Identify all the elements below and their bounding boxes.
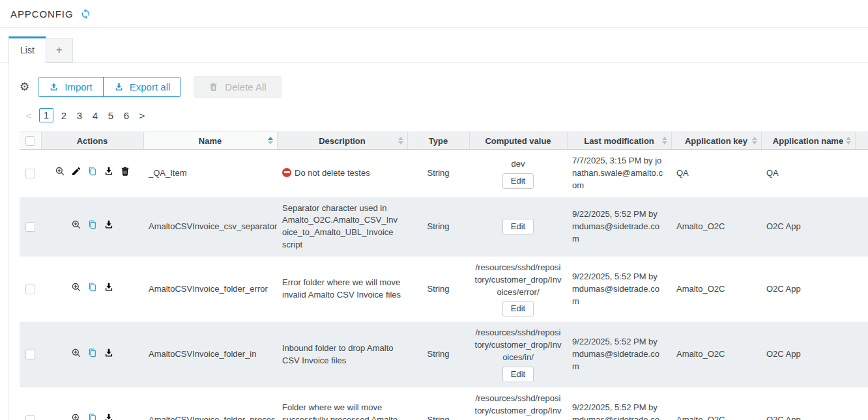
row-checkbox[interactable] [25,169,35,178]
type-cell: String [407,150,469,197]
export-all-button[interactable]: Export all [103,77,181,96]
upload-icon [49,82,59,92]
pagination-page-1[interactable]: 1 [39,108,53,122]
delete-all-button[interactable]: Delete All [194,76,281,98]
application-name-cell: O2C App [761,387,855,420]
copy-icon[interactable] [87,219,98,230]
application-key-cell: Amalto_O2C [671,257,761,322]
application-key-cell: Amalto_O2C [671,387,761,420]
copy-icon[interactable] [87,166,98,176]
refresh-icon[interactable] [80,8,91,20]
download-icon[interactable] [104,282,114,292]
row-checkbox[interactable] [25,415,35,420]
column-header-name[interactable]: Name [143,132,277,150]
no-entry-icon [282,168,291,177]
copy-icon[interactable] [87,348,98,358]
zoom-in-icon[interactable] [55,166,65,176]
last-modification-cell: 7/7/2025, 3:15 PM by jonathan.swale@amal… [567,150,671,197]
last-modification-cell: 9/22/2025, 5:52 PM by mdumas@sidetrade.c… [567,322,671,387]
sort-icon-application-key[interactable] [752,137,757,145]
appconfig-table: Actions Name Description Type Computed v… [20,132,868,420]
edit-value-button[interactable]: Edit [502,219,534,234]
zoom-in-icon[interactable] [71,413,81,420]
table-row: AmaltoCSVInvoice_folder_error Error fold… [20,257,868,322]
application-name-cell: O2C App [761,322,855,387]
pagination-next[interactable]: > [134,110,150,121]
computed-value-cell: dev Edit [469,150,567,197]
application-name-cell: QA [761,150,855,197]
download-icon[interactable] [104,219,114,230]
column-header-checkbox [20,132,41,150]
last-modification-cell: 9/22/2025, 5:52 PM by mdumas@sidetrade.c… [567,387,671,420]
column-header-computed-value: Computed value [469,132,567,150]
application-key-cell: Amalto_O2C [671,322,761,387]
zoom-in-icon[interactable] [71,219,81,230]
row-checkbox[interactable] [25,285,35,294]
column-header-application-name[interactable]: Application name [761,132,855,150]
sort-icon-name[interactable] [268,137,273,145]
column-header-extra [855,132,868,150]
sort-icon-description[interactable] [398,137,403,145]
description-cell: Error folder where we will move invalid … [277,257,407,322]
download-icon[interactable] [104,348,114,358]
application-key-cell: QA [671,150,761,197]
pagination-page-5[interactable]: 5 [103,110,119,121]
copy-icon[interactable] [87,413,98,420]
description-cell: Folder where we will move successfully p… [277,387,407,420]
pagination-page-6[interactable]: 6 [119,110,134,121]
column-header-last-modification[interactable]: Last modification [567,132,671,150]
tab-add[interactable]: + [46,38,73,63]
tab-content: ⚙ Import Export all Delete All < 1 2 3 4… [8,63,868,420]
name-cell: AmaltoCSVInvoice_folder_in [143,322,277,387]
last-modification-cell: 9/22/2025, 5:52 PM by mdumas@sidetrade.c… [567,257,671,322]
table-header-row: Actions Name Description Type Computed v… [20,132,868,150]
download-icon[interactable] [104,413,114,420]
row-checkbox[interactable] [25,350,35,359]
zoom-in-icon[interactable] [71,348,81,358]
import-export-button-group: Import Export all [38,77,181,97]
edit-pencil-icon[interactable] [71,166,81,176]
settings-gear-icon[interactable]: ⚙ [20,81,29,92]
name-cell: AmaltoCSVInvoice_csv_separator [143,197,277,257]
sort-icon-last-modification[interactable] [662,137,667,145]
pagination-page-3[interactable]: 3 [72,110,87,121]
computed-value-cell: /resources/sshd/repository/customer_drop… [469,387,567,420]
table-row: AmaltoCSVInvoice_csv_separator Separator… [20,197,868,257]
download-icon[interactable] [104,166,114,176]
table-row: AmaltoCSVInvoice_folder_in Inbound folde… [20,322,868,387]
type-cell: String [407,197,469,257]
column-header-actions: Actions [41,132,143,150]
column-header-description[interactable]: Description [277,132,407,150]
column-header-type: Type [407,132,469,150]
application-key-cell: Amalto_O2C [671,197,761,257]
import-button[interactable]: Import [38,77,103,96]
download-icon [114,82,124,92]
edit-value-button[interactable]: Edit [502,301,534,316]
tab-list[interactable]: List [8,36,46,63]
zoom-in-icon[interactable] [71,282,81,292]
pagination-prev[interactable]: < [21,110,36,121]
select-all-checkbox[interactable] [25,136,35,146]
tab-bar: List + [0,28,868,63]
pagination-page-4[interactable]: 4 [87,110,103,121]
column-header-application-key[interactable]: Application key [671,132,761,150]
edit-value-button[interactable]: Edit [502,367,534,382]
pagination: < 1 2 3 4 5 6 > [20,107,868,123]
name-cell: AmaltoCSVInvoice_folder_proces... [143,387,277,420]
last-modification-cell: 9/22/2025, 5:52 PM by mdumas@sidetrade.c… [567,197,671,257]
toolbar: ⚙ Import Export all Delete All [20,76,868,98]
type-cell: String [407,322,469,387]
page-header: APPCONFIG [0,0,868,28]
row-checkbox[interactable] [25,222,35,232]
sort-icon-application-name[interactable] [846,137,851,145]
table-row: AmaltoCSVInvoice_folder_proces... Folder… [20,387,868,420]
edit-value-button[interactable]: Edit [502,173,534,189]
computed-value-cell: /resources/sshd/repository/customer_drop… [469,322,567,387]
description-cell: Separator character used in Amalto_O2C.A… [277,197,407,257]
trash-icon [209,82,218,92]
delete-icon[interactable] [120,166,130,176]
application-name-cell: O2C App [761,257,855,322]
type-cell: String [407,387,469,420]
pagination-page-2[interactable]: 2 [56,110,72,121]
copy-icon[interactable] [87,282,98,292]
